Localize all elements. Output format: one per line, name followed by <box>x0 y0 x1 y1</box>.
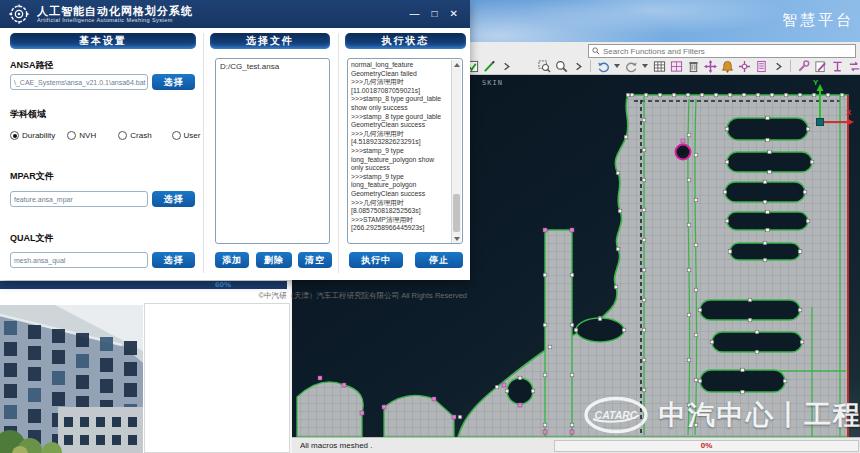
qual-choose-button[interactable]: 选择 <box>152 252 195 268</box>
mpar-label: MPAR文件 <box>10 170 54 183</box>
maximize-button[interactable]: □ <box>432 9 438 19</box>
log-line: >>>stamp_8 type gourd_lable <box>351 113 450 122</box>
log-line: GeometryClean success <box>351 121 450 130</box>
exec-log[interactable]: normal_long_featureGeometryClean failed>… <box>347 58 463 244</box>
page-progressbar: 60% <box>0 281 287 289</box>
move-arrows-icon[interactable] <box>703 59 717 73</box>
add-file-button[interactable]: 添加 <box>215 252 249 268</box>
mesh-grid-icon[interactable] <box>652 59 666 73</box>
log-line: >>>stamp_9 type <box>351 173 450 182</box>
status-message: All macros meshed . <box>292 441 554 450</box>
mpar-input[interactable]: feature.ansa_mpar <box>10 191 148 207</box>
log-line: GeometryClean success <box>351 190 450 199</box>
delete-file-button[interactable]: 删除 <box>256 252 292 268</box>
radio-crash[interactable] <box>118 131 127 140</box>
catarc-logo-text: CATARC <box>595 409 638 421</box>
catarc-logo-icon: CATARC <box>583 395 649 435</box>
axis-x-label: X <box>846 108 851 117</box>
scroll-up-icon[interactable] <box>454 63 460 67</box>
log-line: long_feature_polygon <box>351 181 450 190</box>
radio-durability[interactable] <box>10 131 19 140</box>
list-panel-icon[interactable] <box>754 59 768 73</box>
log-line: [4.518923282623291s] <box>351 138 450 147</box>
chevron-more-icon[interactable] <box>571 59 585 73</box>
log-line: >>>几何清理用时 <box>351 199 450 208</box>
clear-files-button[interactable]: 清空 <box>298 252 332 268</box>
discipline-radios: Durability NVH Crash User <box>10 131 200 140</box>
minimize-button[interactable]: — <box>410 9 420 19</box>
search-input[interactable] <box>603 47 852 56</box>
panel-divider <box>338 33 339 273</box>
exec-status-header: 执行状态 <box>345 33 466 49</box>
delete-trash-icon[interactable] <box>686 59 700 73</box>
log-line: GeometryClean failed <box>351 70 450 79</box>
stop-button[interactable]: 停止 <box>415 252 463 268</box>
toolbar-separator <box>790 60 791 72</box>
platform-title: 智慧平台 <box>782 11 854 30</box>
log-line: >>>几何清理用时 <box>351 78 450 87</box>
undo-icon[interactable] <box>596 59 610 73</box>
dropdown-caret[interactable] <box>642 64 648 68</box>
edit-note-icon[interactable] <box>813 59 827 73</box>
swap-arrows-icon[interactable] <box>847 59 860 73</box>
catarc-watermark: CATARC 中汽中心丨工程院 <box>583 395 860 435</box>
log-line: >>>几何清理用时 <box>351 130 450 139</box>
meshing-dialog: 人工智能自动化网格划分系统 Artificial Intelligence Au… <box>0 0 470 280</box>
wrench-icon[interactable] <box>796 59 810 73</box>
building-photo <box>0 305 143 453</box>
page-progress-value: 60% <box>215 281 231 289</box>
transform-icon[interactable] <box>737 59 751 73</box>
app-progressbar: 0% <box>554 440 859 452</box>
mpar-choose-button[interactable]: 选择 <box>152 191 195 207</box>
panel-divider <box>203 33 204 273</box>
log-line: long_feature_polygon show <box>351 156 450 165</box>
chevron-more-icon[interactable] <box>771 59 785 73</box>
redo-icon[interactable] <box>624 59 638 73</box>
log-line: show only success <box>351 104 450 113</box>
log-line: >>>STAMP清理用时 <box>351 216 450 225</box>
function-search[interactable] <box>588 44 856 58</box>
bell-icon[interactable] <box>720 59 734 73</box>
ansa-path-input[interactable]: \_CAE_Systems\ansa_v21.0.1\ansa64.bat <box>10 74 148 90</box>
log-scrollbar[interactable] <box>451 60 461 244</box>
sketch-pencil-icon[interactable] <box>482 59 496 73</box>
log-line: only success <box>351 164 450 173</box>
chevron-more-icon[interactable] <box>499 59 513 73</box>
file-select-header: 选择文件 <box>210 33 330 49</box>
log-line: [11.00187087059021s] <box>351 87 450 96</box>
app-progress-value: 0% <box>701 441 713 450</box>
radio-nvh[interactable] <box>67 131 76 140</box>
qual-input[interactable]: mesh.ansa_qual <box>10 252 148 268</box>
zoom-area-icon[interactable] <box>537 59 551 73</box>
app-logo-icon <box>8 3 30 25</box>
dropdown-caret[interactable] <box>614 64 620 68</box>
log-line: [8.085750818252563s] <box>351 207 450 216</box>
copyright-text: ©中汽研（天津）汽车工程研究院有限公司 All Rights Reserved <box>0 291 467 301</box>
dialog-titlebar[interactable]: 人工智能自动化网格划分系统 Artificial Intelligence Au… <box>0 0 470 28</box>
ansa-path-choose-button[interactable]: 选择 <box>152 74 195 90</box>
file-list-item[interactable]: D:/CG_test.ansa <box>220 62 325 71</box>
file-listbox[interactable]: D:/CG_test.ansa <box>215 58 330 244</box>
radio-crash-label: Crash <box>130 131 151 140</box>
qual-label: QUAL文件 <box>10 232 54 245</box>
radio-user[interactable] <box>172 131 181 140</box>
radio-user-label: User <box>184 131 201 140</box>
ansa-path-label: ANSA路径 <box>10 59 54 72</box>
scroll-down-icon[interactable] <box>454 237 460 241</box>
log-line: >>>stamp_8 type gourd_lable <box>351 95 450 104</box>
search-icon <box>592 47 600 55</box>
scroll-thumb[interactable] <box>453 194 460 232</box>
running-button[interactable]: 执行中 <box>349 252 403 268</box>
axis-y-label: Y <box>813 78 818 87</box>
log-line: >>>stamp_9 type <box>351 147 450 156</box>
clamp-icon[interactable] <box>830 59 844 73</box>
dialog-title: 人工智能自动化网格划分系统 <box>37 5 193 17</box>
basic-settings-header: 基本设置 <box>10 33 196 49</box>
zoom-icon[interactable] <box>554 59 568 73</box>
image-grid-icon[interactable] <box>669 59 683 73</box>
watermark-text: 中汽中心丨工程院 <box>659 397 860 433</box>
exec-log-lines: normal_long_featureGeometryClean failed>… <box>351 61 450 233</box>
toolbar-separator <box>590 60 591 72</box>
close-button[interactable]: ✕ <box>450 9 458 19</box>
app-statusbar: All macros meshed . 0% <box>292 437 860 453</box>
